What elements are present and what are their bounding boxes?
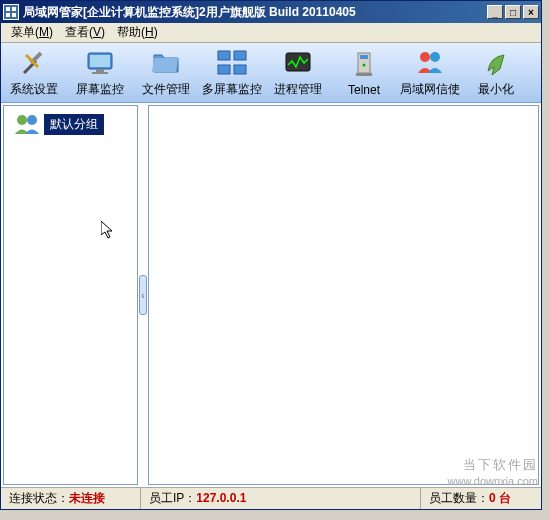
menu-file[interactable]: 菜单(M)	[5, 22, 59, 43]
status-connection: 连接状态：未连接	[1, 488, 141, 509]
svg-point-23	[27, 115, 37, 125]
app-icon	[3, 4, 19, 20]
menu-view[interactable]: 查看(V)	[59, 22, 111, 43]
toolbar-label: 文件管理	[142, 81, 190, 98]
toolbar: 系统设置 屏幕监控 文件管理	[1, 43, 541, 103]
svg-rect-3	[12, 13, 16, 17]
toolbar-telnet[interactable]: Telnet	[332, 45, 396, 101]
group-icon	[12, 112, 44, 136]
content-panel[interactable]	[148, 105, 539, 485]
statusbar: 连接状态：未连接 员工IP：127.0.0.1 员工数量：0 台	[1, 487, 541, 509]
folder-icon	[150, 47, 182, 79]
svg-point-20	[420, 52, 430, 62]
tree-root-item[interactable]: 默认分组	[8, 110, 133, 138]
maximize-window-button[interactable]: □	[505, 5, 521, 19]
settings-icon	[18, 47, 50, 79]
toolbar-label: 屏幕监控	[76, 81, 124, 98]
status-ip: 员工IP：127.0.0.1	[141, 488, 421, 509]
toolbar-lan-messenger[interactable]: 局域网信使	[398, 45, 462, 101]
svg-rect-2	[6, 13, 10, 17]
svg-point-22	[17, 115, 27, 125]
app-window: 局域网管家[企业计算机监控系统]2用户旗舰版 Build 20110405 _ …	[0, 0, 542, 510]
toolbar-label: 系统设置	[10, 81, 58, 98]
svg-rect-9	[96, 69, 104, 72]
messenger-icon	[414, 47, 446, 79]
window-title: 局域网管家[企业计算机监控系统]2用户旗舰版 Build 20110405	[23, 4, 487, 21]
toolbar-label: Telnet	[348, 83, 380, 97]
monitor-icon	[84, 47, 116, 79]
toolbar-label: 局域网信使	[400, 81, 460, 98]
svg-rect-0	[6, 7, 10, 11]
tree-root-label: 默认分组	[44, 114, 104, 135]
toolbar-screen-monitor[interactable]: 屏幕监控	[68, 45, 132, 101]
titlebar: 局域网管家[企业计算机监控系统]2用户旗舰版 Build 20110405 _ …	[1, 1, 541, 23]
toolbar-label: 进程管理	[274, 81, 322, 98]
minimize-icon	[480, 47, 512, 79]
menubar: 菜单(M) 查看(V) 帮助(H)	[1, 23, 541, 43]
svg-rect-8	[90, 55, 110, 67]
window-controls: _ □ ×	[487, 5, 539, 19]
svg-rect-12	[234, 51, 246, 60]
svg-rect-13	[218, 65, 230, 74]
svg-point-18	[363, 63, 366, 66]
svg-rect-1	[12, 7, 16, 11]
toolbar-multi-monitor[interactable]: 多屏幕监控	[200, 45, 264, 101]
toolbar-label: 最小化	[478, 81, 514, 98]
close-window-button[interactable]: ×	[523, 5, 539, 19]
svg-point-21	[430, 52, 440, 62]
telnet-icon	[348, 49, 380, 81]
toolbar-process-manager[interactable]: 进程管理	[266, 45, 330, 101]
tree-panel[interactable]: 默认分组	[3, 105, 138, 485]
status-count: 员工数量：0 台	[421, 488, 541, 509]
toolbar-file-manager[interactable]: 文件管理	[134, 45, 198, 101]
menu-help[interactable]: 帮助(H)	[111, 22, 164, 43]
splitter-handle-icon: ‹	[139, 275, 147, 315]
process-icon	[282, 47, 314, 79]
multi-monitor-icon	[216, 47, 248, 79]
toolbar-minimize[interactable]: 最小化	[464, 45, 528, 101]
svg-rect-10	[92, 72, 108, 74]
toolbar-system-settings[interactable]: 系统设置	[2, 45, 66, 101]
svg-rect-11	[218, 51, 230, 60]
minimize-window-button[interactable]: _	[487, 5, 503, 19]
toolbar-label: 多屏幕监控	[202, 81, 262, 98]
svg-rect-19	[356, 73, 372, 76]
svg-rect-14	[234, 65, 246, 74]
splitter[interactable]: ‹	[138, 103, 148, 487]
svg-rect-17	[360, 55, 368, 59]
main-area: 默认分组 ‹	[1, 103, 541, 487]
